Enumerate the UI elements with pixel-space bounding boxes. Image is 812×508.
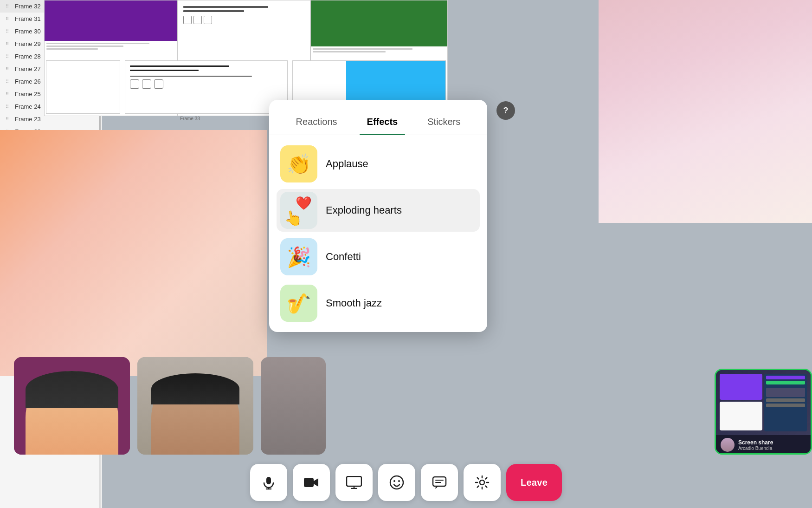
ss-inner-line: [766, 404, 805, 407]
svg-point-13: [480, 480, 484, 485]
drag-icon: ⠿: [6, 41, 11, 46]
ss-white-block: [720, 402, 762, 430]
content-line: [46, 48, 98, 50]
screen-share-thumbnail[interactable]: Screen share Arcadio Buendia: [715, 369, 812, 455]
content-line: [46, 43, 149, 44]
svg-rect-3: [304, 478, 314, 487]
person1-bg: [14, 357, 130, 455]
ss-purple-block: [720, 374, 762, 400]
content-line: [313, 48, 412, 50]
wf-frame-2: [125, 60, 288, 114]
effect-exploding-hearts[interactable]: ❤️ 👆 Exploding hearts: [277, 189, 480, 232]
drag-icon: ⠿: [6, 91, 11, 97]
microphone-button[interactable]: [250, 464, 287, 501]
wf-text-line: [130, 70, 199, 71]
tab-effects[interactable]: Effects: [352, 111, 413, 135]
frame-label: Frame 26: [15, 78, 41, 85]
wf-text-line: [130, 65, 229, 67]
svg-rect-10: [433, 477, 446, 486]
tab-reactions[interactable]: Reactions: [281, 111, 352, 135]
participant-tile-2: [137, 357, 253, 455]
frame-content-lines-2: [311, 46, 447, 56]
help-button[interactable]: ?: [496, 101, 515, 120]
drag-icon: ⠿: [6, 29, 11, 34]
person1-hair: [26, 371, 118, 408]
person3-bg: [261, 357, 326, 455]
drag-icon: ⠿: [6, 79, 11, 84]
applause-label: Applause: [326, 158, 368, 170]
wf-line: [183, 10, 244, 12]
leave-button[interactable]: Leave: [506, 464, 562, 501]
canvas-right-bg: [599, 0, 812, 223]
video-button[interactable]: [293, 464, 330, 501]
frame-label: Frame 27: [15, 65, 41, 72]
drag-icon: ⠿: [6, 16, 11, 21]
drag-icon: ⠿: [6, 4, 11, 9]
frame33-label: Frame 33: [180, 116, 200, 121]
participants-area: [0, 357, 340, 455]
wf-icon-box: [142, 79, 151, 89]
frame-label: Frame 31: [15, 15, 41, 22]
effect-smooth-jazz[interactable]: 🎷 Smooth jazz: [277, 282, 480, 325]
person1-avatar: [26, 371, 118, 455]
frame-label: Frame 25: [15, 91, 41, 98]
ss-inner-line: [766, 376, 805, 379]
screen-share-label: Screen share: [738, 439, 773, 446]
svg-rect-4: [347, 476, 361, 486]
person2-avatar: [151, 373, 239, 455]
chat-icon: [432, 475, 447, 490]
frame-green-header: [311, 0, 447, 46]
wf-icon: [193, 16, 202, 24]
wf-icon-box: [130, 79, 139, 89]
wf-line: [183, 6, 268, 8]
toolbar: Leave: [0, 457, 812, 508]
microphone-icon: [261, 475, 276, 490]
svg-point-8: [393, 480, 395, 482]
content-line: [46, 46, 123, 47]
wf-icon-row: [130, 79, 283, 89]
smooth-jazz-icon: 🎷: [280, 285, 317, 322]
cursor-hand-icon: 👆: [283, 208, 304, 228]
frame-label: Frame 30: [15, 28, 41, 35]
participant-tile-1: [14, 357, 130, 455]
screen-share-preview: [716, 370, 811, 435]
wf-icons-row: [183, 16, 304, 24]
svg-rect-0: [266, 477, 271, 484]
effect-confetti[interactable]: 🎉 Confetti: [277, 235, 480, 278]
reactions-button[interactable]: [378, 464, 415, 501]
screen-share-icon: [346, 476, 362, 489]
drag-icon: ⠿: [6, 117, 11, 122]
gear-icon: [475, 475, 490, 490]
person2-hair: [151, 373, 239, 404]
left-gradient-bg: [0, 130, 267, 376]
blue-square: [346, 61, 445, 100]
content-line: [313, 51, 386, 52]
wf-icon: [204, 16, 212, 24]
hearts-icon-bg: ❤️ 👆: [280, 192, 317, 229]
applause-icon: 👏: [280, 145, 317, 182]
drag-icon: ⠿: [6, 104, 11, 109]
frame-label: Frame 32: [15, 3, 41, 10]
frame-content-lines: [45, 41, 177, 53]
chat-button[interactable]: [421, 464, 458, 501]
screen-share-button[interactable]: [335, 464, 373, 501]
ss-col-2: [764, 374, 807, 431]
wf-text-line: [130, 76, 252, 77]
drag-icon: ⠿: [6, 54, 11, 59]
settings-button[interactable]: [464, 464, 501, 501]
video-icon: [303, 476, 319, 488]
presenter-avatar-img: [721, 438, 735, 452]
wireframe-content: [178, 0, 310, 30]
effects-list: 👏 Applause ❤️ 👆 Exploding hearts 🎉 Confe…: [269, 135, 487, 332]
wf-icon-box: [154, 79, 163, 89]
effects-panel: Reactions Effects Stickers 👏 Applause ❤️…: [269, 100, 487, 332]
smooth-jazz-label: Smooth jazz: [326, 297, 382, 309]
ss-inner-line: [766, 381, 805, 384]
person2-bg: [137, 357, 253, 455]
exploding-hearts-label: Exploding hearts: [326, 204, 402, 216]
tab-stickers[interactable]: Stickers: [412, 111, 475, 135]
wf-icon: [183, 16, 192, 24]
presenter-info: Screen share Arcadio Buendia: [738, 439, 773, 451]
participant-tile-3: [261, 357, 326, 455]
effect-applause[interactable]: 👏 Applause: [277, 143, 480, 185]
